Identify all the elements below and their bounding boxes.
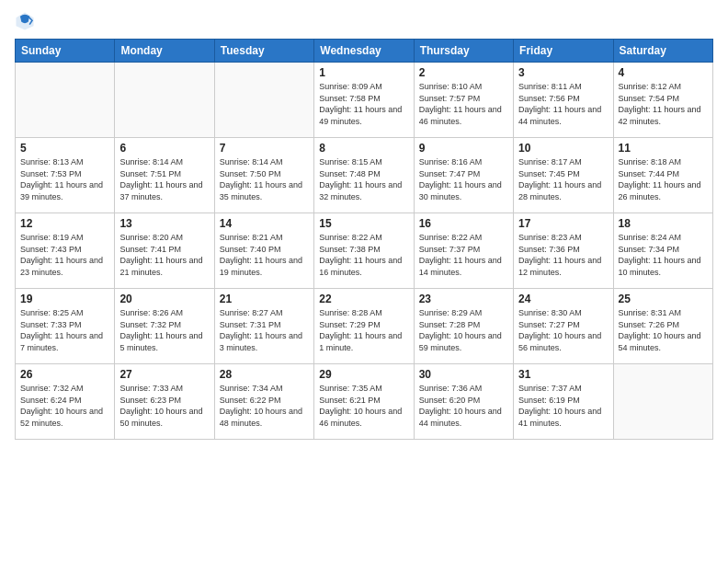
day-info: Sunrise: 8:15 AM Sunset: 7:48 PM Dayligh… (319, 156, 408, 202)
day-number: 17 (518, 217, 608, 230)
day-number: 3 (518, 66, 608, 79)
calendar-table: SundayMondayTuesdayWednesdayThursdayFrid… (15, 39, 713, 440)
day-info: Sunrise: 8:29 AM Sunset: 7:28 PM Dayligh… (419, 307, 508, 353)
day-number: 31 (518, 368, 608, 381)
day-info: Sunrise: 7:37 AM Sunset: 6:19 PM Dayligh… (518, 383, 608, 429)
day-info: Sunrise: 7:33 AM Sunset: 6:23 PM Dayligh… (119, 383, 209, 429)
calendar-week-3: 19Sunrise: 8:25 AM Sunset: 7:33 PM Dayli… (16, 289, 713, 364)
calendar-cell: 16Sunrise: 8:22 AM Sunset: 7:37 PM Dayli… (414, 213, 513, 289)
day-number: 7 (220, 142, 309, 155)
col-header-saturday: Saturday (613, 40, 712, 63)
calendar-cell (613, 364, 712, 440)
col-header-wednesday: Wednesday (314, 40, 414, 63)
day-info: Sunrise: 8:18 AM Sunset: 7:44 PM Dayligh… (619, 156, 708, 202)
day-number: 23 (419, 293, 508, 305)
day-info: Sunrise: 8:17 AM Sunset: 7:45 PM Dayligh… (518, 156, 608, 202)
day-info: Sunrise: 8:12 AM Sunset: 7:54 PM Dayligh… (619, 81, 708, 127)
calendar-cell: 31Sunrise: 7:37 AM Sunset: 6:19 PM Dayli… (514, 364, 613, 440)
day-info: Sunrise: 8:22 AM Sunset: 7:37 PM Dayligh… (419, 232, 508, 278)
calendar-cell: 11Sunrise: 8:18 AM Sunset: 7:44 PM Dayli… (613, 138, 712, 213)
calendar-cell: 17Sunrise: 8:23 AM Sunset: 7:36 PM Dayli… (514, 213, 613, 289)
calendar-cell: 1Sunrise: 8:09 AM Sunset: 7:58 PM Daylig… (314, 63, 414, 138)
logo-icon (15, 11, 35, 31)
day-info: Sunrise: 8:10 AM Sunset: 7:57 PM Dayligh… (419, 81, 508, 127)
day-info: Sunrise: 7:32 AM Sunset: 6:24 PM Dayligh… (20, 383, 109, 429)
day-number: 9 (419, 142, 508, 155)
day-info: Sunrise: 7:34 AM Sunset: 6:22 PM Dayligh… (220, 383, 309, 429)
day-number: 10 (518, 142, 608, 155)
header (15, 11, 713, 31)
calendar-cell: 10Sunrise: 8:17 AM Sunset: 7:45 PM Dayli… (514, 138, 613, 213)
day-info: Sunrise: 8:21 AM Sunset: 7:40 PM Dayligh… (220, 232, 309, 278)
calendar-cell: 13Sunrise: 8:20 AM Sunset: 7:41 PM Dayli… (115, 213, 214, 289)
calendar-week-2: 12Sunrise: 8:19 AM Sunset: 7:43 PM Dayli… (16, 213, 713, 289)
day-number: 27 (119, 368, 209, 381)
day-number: 24 (518, 293, 608, 305)
logo (15, 11, 35, 31)
day-number: 11 (619, 142, 708, 155)
calendar-cell: 29Sunrise: 7:35 AM Sunset: 6:21 PM Dayli… (314, 364, 414, 440)
calendar-cell: 12Sunrise: 8:19 AM Sunset: 7:43 PM Dayli… (16, 213, 115, 289)
day-number: 18 (619, 217, 708, 230)
calendar-week-4: 26Sunrise: 7:32 AM Sunset: 6:24 PM Dayli… (16, 364, 713, 440)
calendar-cell: 14Sunrise: 8:21 AM Sunset: 7:40 PM Dayli… (214, 213, 313, 289)
day-info: Sunrise: 8:11 AM Sunset: 7:56 PM Dayligh… (518, 81, 608, 127)
day-info: Sunrise: 8:09 AM Sunset: 7:58 PM Dayligh… (319, 81, 408, 127)
day-number: 29 (319, 368, 408, 381)
day-number: 22 (319, 293, 408, 305)
calendar-cell: 27Sunrise: 7:33 AM Sunset: 6:23 PM Dayli… (115, 364, 214, 440)
day-number: 30 (419, 368, 508, 381)
calendar-cell: 7Sunrise: 8:14 AM Sunset: 7:50 PM Daylig… (214, 138, 313, 213)
calendar-cell (214, 63, 313, 138)
day-number: 16 (419, 217, 508, 230)
calendar-cell: 9Sunrise: 8:16 AM Sunset: 7:47 PM Daylig… (414, 138, 513, 213)
calendar-cell: 3Sunrise: 8:11 AM Sunset: 7:56 PM Daylig… (514, 63, 613, 138)
calendar-cell: 19Sunrise: 8:25 AM Sunset: 7:33 PM Dayli… (16, 289, 115, 364)
day-number: 15 (319, 217, 408, 230)
calendar-header-row: SundayMondayTuesdayWednesdayThursdayFrid… (16, 40, 713, 63)
calendar-cell: 28Sunrise: 7:34 AM Sunset: 6:22 PM Dayli… (214, 364, 313, 440)
col-header-monday: Monday (115, 40, 214, 63)
day-info: Sunrise: 8:23 AM Sunset: 7:36 PM Dayligh… (518, 232, 608, 278)
calendar-cell (115, 63, 214, 138)
day-info: Sunrise: 8:31 AM Sunset: 7:26 PM Dayligh… (619, 307, 708, 353)
calendar-cell: 4Sunrise: 8:12 AM Sunset: 7:54 PM Daylig… (613, 63, 712, 138)
day-number: 2 (419, 66, 508, 79)
calendar-cell: 6Sunrise: 8:14 AM Sunset: 7:51 PM Daylig… (115, 138, 214, 213)
col-header-tuesday: Tuesday (214, 40, 313, 63)
calendar-week-1: 5Sunrise: 8:13 AM Sunset: 7:53 PM Daylig… (16, 138, 713, 213)
col-header-sunday: Sunday (16, 40, 115, 63)
day-number: 21 (220, 293, 309, 305)
day-info: Sunrise: 8:28 AM Sunset: 7:29 PM Dayligh… (319, 307, 408, 353)
day-number: 26 (20, 368, 109, 381)
calendar-cell: 8Sunrise: 8:15 AM Sunset: 7:48 PM Daylig… (314, 138, 414, 213)
day-info: Sunrise: 8:25 AM Sunset: 7:33 PM Dayligh… (20, 307, 109, 353)
calendar-cell: 2Sunrise: 8:10 AM Sunset: 7:57 PM Daylig… (414, 63, 513, 138)
calendar-cell: 18Sunrise: 8:24 AM Sunset: 7:34 PM Dayli… (613, 213, 712, 289)
day-info: Sunrise: 8:16 AM Sunset: 7:47 PM Dayligh… (419, 156, 508, 202)
day-info: Sunrise: 8:22 AM Sunset: 7:38 PM Dayligh… (319, 232, 408, 278)
day-number: 25 (619, 293, 708, 305)
calendar-cell: 25Sunrise: 8:31 AM Sunset: 7:26 PM Dayli… (613, 289, 712, 364)
day-number: 14 (220, 217, 309, 230)
day-number: 4 (619, 66, 708, 79)
calendar-cell: 26Sunrise: 7:32 AM Sunset: 6:24 PM Dayli… (16, 364, 115, 440)
day-info: Sunrise: 8:13 AM Sunset: 7:53 PM Dayligh… (20, 156, 109, 202)
day-number: 19 (20, 293, 109, 305)
day-info: Sunrise: 8:14 AM Sunset: 7:51 PM Dayligh… (119, 156, 209, 202)
calendar-cell (16, 63, 115, 138)
day-number: 8 (319, 142, 408, 155)
calendar-cell: 22Sunrise: 8:28 AM Sunset: 7:29 PM Dayli… (314, 289, 414, 364)
page: SundayMondayTuesdayWednesdayThursdayFrid… (0, 0, 728, 563)
day-info: Sunrise: 8:19 AM Sunset: 7:43 PM Dayligh… (20, 232, 109, 278)
day-info: Sunrise: 8:30 AM Sunset: 7:27 PM Dayligh… (518, 307, 608, 353)
calendar-cell: 20Sunrise: 8:26 AM Sunset: 7:32 PM Dayli… (115, 289, 214, 364)
day-info: Sunrise: 8:24 AM Sunset: 7:34 PM Dayligh… (619, 232, 708, 278)
day-info: Sunrise: 7:36 AM Sunset: 6:20 PM Dayligh… (419, 383, 508, 429)
day-info: Sunrise: 8:20 AM Sunset: 7:41 PM Dayligh… (119, 232, 209, 278)
day-number: 13 (119, 217, 209, 230)
day-number: 28 (220, 368, 309, 381)
calendar-cell: 30Sunrise: 7:36 AM Sunset: 6:20 PM Dayli… (414, 364, 513, 440)
day-info: Sunrise: 7:35 AM Sunset: 6:21 PM Dayligh… (319, 383, 408, 429)
day-info: Sunrise: 8:27 AM Sunset: 7:31 PM Dayligh… (220, 307, 309, 353)
